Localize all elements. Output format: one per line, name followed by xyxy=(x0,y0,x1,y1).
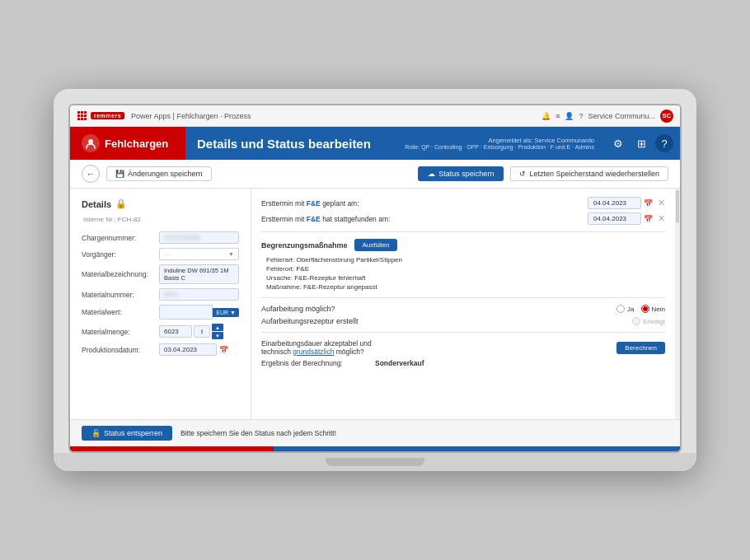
person-icon[interactable]: 👤 xyxy=(565,112,574,120)
aufarbeitung-row: Aufarbeitung möglich? Ja Nein xyxy=(261,305,665,313)
info-list: Fehlerart: Oberflächenstörung Partikel/S… xyxy=(261,256,665,291)
logo-area: remmers xyxy=(77,110,124,121)
field-vorganger: Vorgänger: — ▼ xyxy=(82,248,239,260)
user-avatar[interactable]: SC xyxy=(660,110,673,123)
restore-icon: ↺ xyxy=(519,170,526,178)
restore-button[interactable]: ↺ Letzten Speicherstand wiederherstellen xyxy=(510,166,668,181)
materialnummer-value[interactable]: 0001 xyxy=(159,288,239,301)
angemeldet-label: Angemeldet als: Service Communardo xyxy=(489,137,594,144)
calendar-icon-1[interactable]: 📅 xyxy=(644,199,653,208)
unlock-button[interactable]: 🔓 Status entsperren xyxy=(82,426,172,441)
aufarbeitungsrezept-erledigt-label: Erledigt xyxy=(643,318,665,325)
materialmenge-input[interactable]: 6023 t ▲ ▼ xyxy=(159,324,239,339)
vorganger-select[interactable]: — ▼ xyxy=(159,248,239,260)
header-brand-title: Fehlchargen xyxy=(105,138,168,150)
field-materialbezeichnung: Materialbezeichnung: Induline DW 691/35 … xyxy=(82,264,239,284)
ersttermin-geplant-date: 04.04.2023 📅 xyxy=(588,197,653,209)
save-icon: 💾 xyxy=(115,170,124,178)
aufarbeitung-nein-radio[interactable] xyxy=(641,305,649,313)
ergebnis-row: Ergebnis der Berechnung: Sonderverkauf xyxy=(261,359,665,367)
produktionsdatum-input[interactable]: 03.04.2023 📅 xyxy=(159,343,239,356)
calendar-icon-2[interactable]: 📅 xyxy=(644,215,653,223)
toolbar: ← 💾 Änderungen speichern ☁ Status speich… xyxy=(70,160,680,189)
ersttermin-stattgefunden-date: 04.04.2023 📅 xyxy=(588,212,653,225)
materialnummer-label: Materialnummer: xyxy=(82,291,156,299)
top-bar: remmers Power Apps | Fehlchargen · Proze… xyxy=(70,105,680,127)
scrollbar[interactable] xyxy=(675,189,680,419)
footer: 🔓 Status entsperren Bitte speichern Sie … xyxy=(70,419,680,446)
rolle-label: Rolle: QP · Controlling · OPP · Entsorgu… xyxy=(405,144,594,150)
brand-icon xyxy=(82,134,100,152)
info-fehlerart: Fehlerart: Oberflächenstörung Partikel/S… xyxy=(263,256,665,264)
begrenzung-label: Begrenzungsmaßnahme xyxy=(261,241,348,250)
breadcrumb: Power Apps | Fehlchargen · Prozess xyxy=(131,112,535,120)
aufarbeitung-label: Aufarbeitung möglich? xyxy=(261,305,610,313)
main-content: Details 🔒 Interne Nr.: FCH-82 Chargennum… xyxy=(70,189,680,419)
berechnen-button[interactable]: Berechnen xyxy=(616,342,665,354)
aufarbeitung-nein-option[interactable]: Nein xyxy=(641,305,665,313)
menge-unit: t xyxy=(194,325,210,338)
menge-down-arrow[interactable]: ▼ xyxy=(212,332,223,339)
grid2-icon[interactable]: ⊞ xyxy=(632,134,650,152)
service-label: Service Communu... xyxy=(588,112,655,120)
ersttermin-stattgefunden-label: Ersttermin mit F&E hat stattgefunden am: xyxy=(261,215,583,223)
info-ursache: Ursache: F&E-Rezeptur fehlerhaft xyxy=(263,274,665,282)
remove-button-2[interactable]: ✕ xyxy=(658,213,665,224)
aufarbeitungsrezept-erledigt-radio xyxy=(632,317,640,325)
left-panel: Details 🔒 Interne Nr.: FCH-82 Chargennum… xyxy=(70,189,251,419)
header-right-info: Angemeldet als: Service Communardo Rolle… xyxy=(396,127,602,160)
materialwert-input[interactable]: EUR ▼ xyxy=(159,305,239,320)
header-icon-buttons: ⚙ ⊞ ? xyxy=(602,127,680,160)
lock-icon: 🔒 xyxy=(115,198,127,209)
calendar-icon[interactable]: 📅 xyxy=(219,346,228,354)
scroll-thumb[interactable] xyxy=(676,190,679,223)
ergebnis-value: Sonderverkauf xyxy=(375,359,424,367)
materialbezeichnung-value[interactable]: Induline DW 691/35 1M Basis C xyxy=(159,264,239,284)
strip-red xyxy=(70,446,274,451)
ersttermin-stattgefunden-row: Ersttermin mit F&E hat stattgefunden am:… xyxy=(261,212,665,225)
settings-icon[interactable]: ⚙ xyxy=(609,134,627,152)
einarbeitungsdauer-label: Einarbeitungsdauer akzeptabel undtechnis… xyxy=(261,339,610,356)
back-button[interactable]: ← xyxy=(82,165,100,183)
details-heading: Details 🔒 xyxy=(82,198,239,209)
chargennummer-value[interactable]: 0032268888 xyxy=(159,231,239,244)
help-icon[interactable]: ? xyxy=(655,134,673,152)
aufarbeitungsrezept-label: Aufarbeitungsrezeptur erstellt xyxy=(261,317,626,325)
question-icon[interactable]: ? xyxy=(579,112,583,120)
internal-nr: Interne Nr.: FCH-82 xyxy=(83,216,239,223)
strip-blue xyxy=(274,446,680,451)
chevron-down-icon[interactable]: ▼ xyxy=(230,310,236,315)
aufarbeitungsrezept-row: Aufarbeitungsrezeptur erstellt Erledigt xyxy=(261,317,665,325)
produktionsdatum-value[interactable]: 03.04.2023 xyxy=(159,343,217,356)
save-changes-button[interactable]: 💾 Änderungen speichern xyxy=(106,166,212,181)
materialwert-label: Materialwert: xyxy=(82,308,156,316)
menge-up-arrow[interactable]: ▲ xyxy=(212,324,223,331)
ausfuellen-button[interactable]: Ausfüllen xyxy=(354,239,398,251)
svg-point-0 xyxy=(88,139,93,144)
aufarbeitung-ja-option[interactable]: Ja xyxy=(616,305,634,313)
produktionsdatum-label: Produktionsdatum: xyxy=(82,346,156,354)
materialmenge-label: Materialmenge: xyxy=(82,328,156,336)
aufarbeitung-ja-radio[interactable] xyxy=(616,305,625,313)
aufarbeitung-ja-label: Ja xyxy=(627,306,634,313)
materialbezeichnung-label: Materialbezeichnung: xyxy=(82,270,156,278)
save-status-button[interactable]: ☁ Status speichern xyxy=(418,166,504,181)
date-value-2[interactable]: 04.04.2023 xyxy=(588,212,641,225)
topbar-icons: 🔔 ≡ 👤 ? Service Communu... SC xyxy=(541,110,673,123)
right-panel-wrapper: Ersttermin mit F&E geplant am: 04.04.202… xyxy=(251,189,680,419)
right-panel: Ersttermin mit F&E geplant am: 04.04.202… xyxy=(251,189,675,419)
grid-icon xyxy=(77,110,87,121)
cloud-icon: ☁ xyxy=(428,170,435,178)
header: Fehlchargen Details und Status bearbeite… xyxy=(70,127,680,160)
remove-button-1[interactable]: ✕ xyxy=(658,198,665,208)
info-fehlerort: Fehlerort: F&E xyxy=(263,265,665,273)
menge-stepper[interactable]: ▲ ▼ xyxy=(212,324,223,339)
aufarbeitung-nein-label: Nein xyxy=(652,306,665,313)
menge-value[interactable]: 6023 xyxy=(159,325,192,338)
bell-icon[interactable]: 🔔 xyxy=(541,112,551,120)
date-value-1[interactable]: 04.04.2023 xyxy=(588,197,641,209)
field-materialmenge: Materialmenge: 6023 t ▲ ▼ xyxy=(82,324,239,339)
bar-icon[interactable]: ≡ xyxy=(555,112,560,120)
chargennummer-label: Chargennummer: xyxy=(82,234,156,242)
ersttermin-geplant-label: Ersttermin mit F&E geplant am: xyxy=(261,199,583,208)
